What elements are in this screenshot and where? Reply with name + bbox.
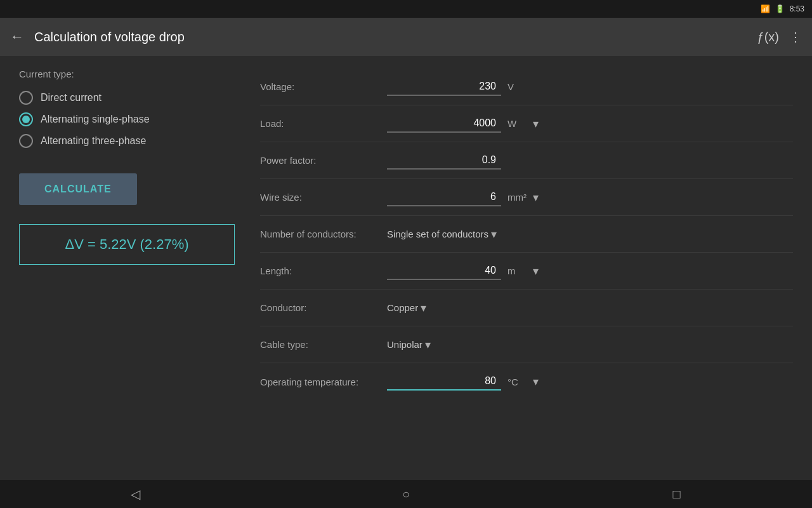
- signal-icon: 📶: [761, 4, 770, 13]
- radio-label-direct: Direct current: [41, 92, 102, 104]
- wire-size-input-wrap: mm² ▾: [387, 189, 793, 206]
- left-panel: Current type: Direct current Alternating…: [19, 69, 235, 467]
- operating-temp-input-wrap: °C ▾: [387, 373, 793, 391]
- radio-circle-direct[interactable]: [19, 91, 33, 105]
- load-row: Load: W ▾: [260, 105, 793, 142]
- load-input[interactable]: [387, 115, 501, 133]
- conductor-dropdown[interactable]: Copper ▾: [387, 301, 426, 315]
- radio-group: Direct current Alternating single-phase …: [19, 91, 235, 148]
- radio-circle-single[interactable]: [19, 112, 33, 126]
- conductor-row: Conductor: Copper ▾: [260, 290, 793, 326]
- conductors-label: Number of conductors:: [260, 229, 387, 239]
- conductor-value: Copper: [387, 302, 418, 313]
- nav-back-button[interactable]: ◁: [116, 486, 154, 502]
- power-factor-row: Power factor:: [260, 142, 793, 179]
- result-box: ΔV = 5.22V (2.27%): [19, 224, 235, 265]
- load-input-wrap: W ▾: [387, 115, 793, 133]
- length-row: Length: m ▾: [260, 253, 793, 290]
- conductor-label: Conductor:: [260, 302, 387, 313]
- load-unit-chevron[interactable]: ▾: [533, 117, 539, 131]
- main-content: Current type: Direct current Alternating…: [0, 56, 812, 480]
- load-unit: W: [508, 118, 527, 129]
- formula-icon[interactable]: ƒ(x): [757, 30, 779, 44]
- operating-temp-row: Operating temperature: °C ▾: [260, 363, 793, 400]
- voltage-input[interactable]: [387, 78, 501, 96]
- operating-temp-input[interactable]: [387, 373, 501, 391]
- conductors-row: Number of conductors: Single set of cond…: [260, 216, 793, 253]
- wire-size-input[interactable]: [387, 189, 501, 206]
- power-factor-input-wrap: [387, 152, 793, 170]
- wire-size-chevron[interactable]: ▾: [533, 190, 539, 204]
- radio-label-three: Alternating three-phase: [41, 135, 146, 147]
- wire-size-label: Wire size:: [260, 192, 387, 203]
- nav-home-button[interactable]: ○: [387, 487, 425, 502]
- operating-temp-unit: °C: [508, 377, 527, 387]
- radio-label-single: Alternating single-phase: [41, 114, 150, 125]
- cable-type-chevron[interactable]: ▾: [425, 338, 431, 352]
- voltage-label: Voltage:: [260, 81, 387, 92]
- conductors-input-wrap: Single set of conductors ▾: [387, 227, 793, 241]
- app-bar-title: Calculation of voltage drop: [34, 30, 747, 44]
- conductor-input-wrap: Copper ▾: [387, 301, 793, 315]
- conductors-dropdown[interactable]: Single set of conductors ▾: [387, 227, 497, 241]
- wire-size-row: Wire size: mm² ▾: [260, 179, 793, 216]
- length-input[interactable]: [387, 262, 501, 280]
- cable-type-row: Cable type: Unipolar ▾: [260, 326, 793, 363]
- right-panel: Voltage: V Load: W ▾ Power factor: Wire …: [260, 69, 793, 467]
- nav-recents-button[interactable]: □: [658, 487, 696, 502]
- conductors-value: Single set of conductors: [387, 229, 488, 239]
- voltage-unit: V: [508, 81, 527, 92]
- voltage-input-wrap: V: [387, 78, 793, 96]
- cable-type-value: Unipolar: [387, 339, 422, 350]
- wire-size-unit: mm²: [508, 192, 527, 203]
- radio-alternating-three[interactable]: Alternating three-phase: [19, 134, 235, 148]
- operating-temp-label: Operating temperature:: [260, 377, 387, 387]
- cable-type-dropdown[interactable]: Unipolar ▾: [387, 338, 431, 352]
- radio-direct-current[interactable]: Direct current: [19, 91, 235, 105]
- current-type-label: Current type:: [19, 69, 235, 79]
- length-unit: m: [508, 265, 527, 276]
- bottom-nav: ◁ ○ □: [0, 480, 812, 508]
- power-factor-input[interactable]: [387, 152, 501, 170]
- power-factor-label: Power factor:: [260, 155, 387, 166]
- radio-alternating-single[interactable]: Alternating single-phase: [19, 112, 235, 126]
- voltage-row: Voltage: V: [260, 69, 793, 105]
- length-input-wrap: m ▾: [387, 262, 793, 280]
- status-bar: 📶 🔋 8:53: [0, 0, 812, 18]
- conductor-chevron[interactable]: ▾: [421, 301, 426, 315]
- cable-type-label: Cable type:: [260, 339, 387, 350]
- load-label: Load:: [260, 118, 387, 129]
- time-display: 8:53: [790, 4, 804, 13]
- back-button[interactable]: ←: [10, 29, 24, 45]
- cable-type-input-wrap: Unipolar ▾: [387, 338, 793, 352]
- conductors-chevron[interactable]: ▾: [491, 227, 497, 241]
- result-text: ΔV = 5.22V (2.27%): [65, 236, 188, 252]
- length-chevron[interactable]: ▾: [533, 264, 539, 278]
- operating-temp-chevron[interactable]: ▾: [533, 375, 539, 389]
- radio-circle-three[interactable]: [19, 134, 33, 148]
- more-options-icon[interactable]: ⋮: [789, 29, 802, 44]
- battery-icon: 🔋: [775, 4, 785, 13]
- app-bar: ← Calculation of voltage drop ƒ(x) ⋮: [0, 18, 812, 56]
- calculate-button[interactable]: CALCULATE: [19, 173, 137, 205]
- length-label: Length:: [260, 265, 387, 276]
